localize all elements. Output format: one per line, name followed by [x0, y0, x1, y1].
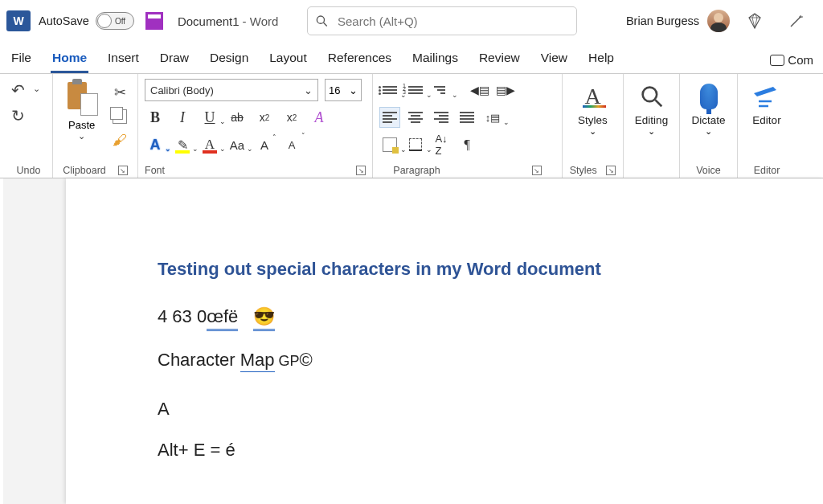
microphone-icon — [700, 84, 718, 109]
tab-references[interactable]: References — [326, 44, 393, 73]
ribbon: ↶ ↻ Undo Paste ⌄ ✂ 🖌 Clipboard Calibri (… — [0, 74, 823, 178]
multilevel-button[interactable]: ⌄ — [431, 80, 452, 100]
svg-line-1 — [324, 23, 327, 26]
undo-button[interactable]: ↶ — [11, 80, 34, 100]
search-find-icon — [641, 80, 663, 113]
bullets-button[interactable]: ⌄ — [379, 80, 400, 100]
doc-line-4[interactable]: Alt+ E = é — [158, 439, 823, 462]
search-input[interactable] — [338, 14, 568, 28]
font-color-button[interactable]: A⌄ — [199, 134, 220, 155]
group-voice-label: Voice — [686, 162, 731, 176]
tab-insert[interactable]: Insert — [106, 44, 141, 73]
align-left-button[interactable] — [379, 107, 400, 128]
doc-heading[interactable]: Testing out special characters in my Wor… — [158, 259, 823, 280]
tab-home[interactable]: Home — [51, 44, 88, 73]
copy-button[interactable] — [113, 109, 127, 124]
tab-file[interactable]: File — [10, 44, 33, 73]
cut-button[interactable]: ✂ — [114, 84, 126, 101]
svg-line-2 — [791, 17, 800, 27]
clipboard-launcher[interactable] — [118, 166, 128, 175]
app-name: - Word — [243, 14, 279, 28]
user-name[interactable]: Brian Burgess — [626, 14, 699, 27]
font-name-select[interactable]: Calibri (Body)⌄ — [145, 79, 318, 101]
group-paragraph-label: Paragraph — [393, 165, 440, 176]
doc-line-1[interactable]: 4 63 0œfë 😎 — [158, 305, 823, 331]
diamond-icon[interactable] — [746, 12, 764, 30]
ribbon-tabs: File Home Insert Draw Design Layout Refe… — [0, 42, 823, 74]
svg-line-4 — [655, 100, 661, 106]
search-icon — [316, 14, 328, 27]
svg-point-3 — [642, 88, 657, 102]
format-painter-button[interactable]: 🖌 — [113, 132, 127, 149]
redo-button[interactable]: ↻ — [11, 106, 34, 125]
group-font-label: Font — [145, 165, 165, 176]
text-effects-button[interactable]: A⌄ — [145, 134, 166, 155]
tab-design[interactable]: Design — [208, 44, 250, 73]
shrink-font-button[interactable]: A˅ — [281, 134, 302, 155]
grow-font-button[interactable]: A˄ — [254, 134, 275, 155]
tab-draw[interactable]: Draw — [158, 44, 190, 73]
editing-button[interactable]: Editing ⌄ — [630, 79, 673, 137]
align-right-button[interactable] — [431, 107, 452, 128]
line-spacing-button[interactable]: ↕▤⌄ — [482, 107, 503, 128]
avatar[interactable] — [707, 10, 730, 32]
styles-button[interactable]: A Styles ⌄ — [569, 79, 616, 137]
document-page[interactable]: Testing out special characters in my Wor… — [66, 178, 823, 504]
dictate-button[interactable]: Dictate ⌄ — [686, 79, 731, 137]
change-case-button[interactable]: Aa⌄ — [227, 134, 248, 155]
group-clipboard-label: Clipboard — [63, 165, 106, 176]
group-undo-label: Undo — [11, 162, 46, 176]
document-title[interactable]: Document1 — [178, 14, 240, 28]
title-bar: W AutoSave Off Document1 - Word Brian Bu… — [0, 0, 823, 42]
align-justify-button[interactable] — [457, 107, 477, 128]
clear-formatting-button[interactable]: A — [309, 107, 330, 128]
italic-button[interactable]: I — [172, 107, 193, 128]
font-size-select[interactable]: 16⌄ — [325, 79, 362, 101]
wand-icon[interactable] — [788, 12, 805, 30]
paste-icon — [66, 79, 98, 117]
numbering-button[interactable]: ⌄ — [405, 80, 426, 100]
save-icon[interactable] — [145, 12, 163, 30]
svg-point-0 — [317, 16, 325, 23]
borders-button[interactable]: ⌄ — [405, 134, 426, 155]
show-marks-button[interactable]: ¶ — [457, 134, 477, 155]
font-launcher[interactable] — [356, 166, 366, 175]
shading-button[interactable]: ⌄ — [379, 134, 400, 155]
comments-button[interactable]: Com — [770, 53, 813, 73]
autosave-label: AutoSave — [39, 14, 89, 27]
underline-button[interactable]: U⌄ — [199, 107, 220, 128]
increase-indent-button[interactable]: ▤▶ — [495, 80, 516, 100]
tab-view[interactable]: View — [539, 44, 569, 73]
align-center-button[interactable] — [405, 107, 426, 128]
decrease-indent-button[interactable]: ◀▤ — [469, 80, 490, 100]
styles-launcher[interactable] — [606, 166, 616, 175]
word-app-icon: W — [6, 10, 31, 31]
superscript-button[interactable]: x2 — [281, 107, 302, 128]
tab-mailings[interactable]: Mailings — [411, 44, 460, 73]
group-editor-label: Editor — [744, 162, 789, 176]
strikethrough-button[interactable]: ab — [227, 107, 248, 128]
doc-line-2[interactable]: Character Map GP© — [158, 349, 823, 373]
comment-icon — [770, 55, 784, 66]
highlight-button[interactable]: ✎⌄ — [172, 134, 193, 155]
document-canvas: Testing out special characters in my Wor… — [3, 178, 823, 504]
autosave-toggle[interactable]: Off — [96, 12, 134, 30]
paste-button[interactable]: Paste ⌄ — [59, 79, 104, 141]
group-styles-label: Styles — [570, 165, 597, 176]
styles-icon: A — [584, 84, 600, 109]
sort-button[interactable]: A↓Z — [431, 134, 452, 155]
search-box[interactable] — [307, 6, 577, 35]
editor-button[interactable]: Editor — [744, 79, 789, 126]
emoji-icon: 😎 — [253, 305, 275, 331]
doc-line-3[interactable]: A — [158, 398, 823, 421]
tab-review[interactable]: Review — [477, 44, 522, 73]
bold-button[interactable]: B — [145, 107, 166, 128]
paragraph-launcher[interactable] — [532, 166, 542, 175]
tab-layout[interactable]: Layout — [268, 44, 309, 73]
editor-icon — [752, 80, 781, 113]
subscript-button[interactable]: x2 — [254, 107, 275, 128]
tab-help[interactable]: Help — [587, 44, 616, 73]
